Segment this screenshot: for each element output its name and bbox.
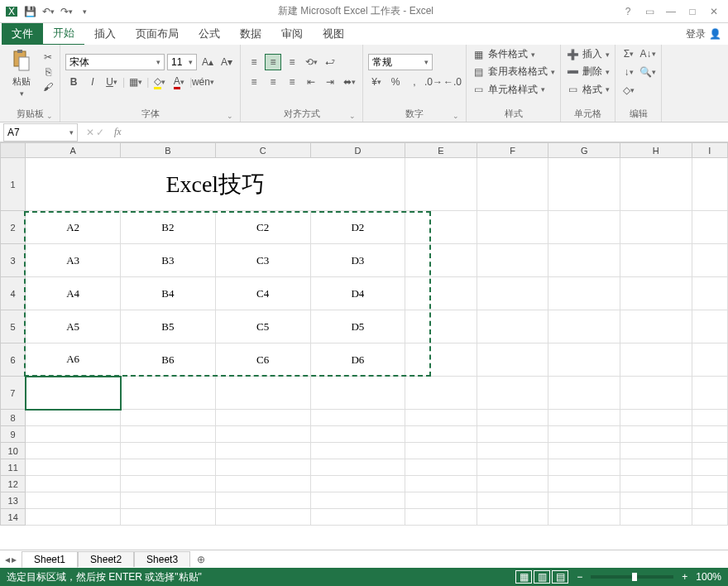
sheet-tab-1[interactable]: Sheet1 (22, 551, 78, 568)
grow-font-icon[interactable]: A▴ (199, 54, 216, 70)
insert-cells-button[interactable]: ➕插入▾ (566, 46, 610, 62)
sheet-nav-prev-icon[interactable]: ◂ (5, 554, 10, 565)
align-left-icon[interactable]: ≡ (246, 74, 262, 90)
format-painter-icon[interactable]: 🖌 (41, 80, 55, 94)
enter-formula-icon[interactable]: ✓ (96, 127, 104, 138)
row-8[interactable]: 8 (1, 410, 26, 426)
redo-icon[interactable]: ↷▾ (58, 3, 74, 20)
cut-icon[interactable]: ✂ (41, 50, 55, 64)
col-H[interactable]: H (620, 143, 692, 158)
user-icon[interactable]: 👤 (709, 28, 721, 40)
col-G[interactable]: G (548, 143, 620, 158)
zoom-slider[interactable] (591, 575, 673, 579)
tab-layout[interactable]: 页面布局 (126, 23, 189, 45)
number-format-combo[interactable]: 常规▾ (368, 54, 433, 70)
align-center-icon[interactable]: ≡ (265, 74, 281, 90)
col-E[interactable]: E (405, 143, 477, 158)
minimize-icon[interactable]: — (662, 3, 680, 20)
row-10[interactable]: 10 (1, 443, 26, 459)
shrink-font-icon[interactable]: A▾ (218, 54, 235, 70)
sort-filter-icon[interactable]: A↓▾ (639, 46, 656, 62)
merge-button[interactable]: ⬌▾ (341, 74, 357, 90)
align-top-icon[interactable]: ≡ (246, 54, 262, 70)
sheet-nav-next-icon[interactable]: ▸ (12, 554, 17, 565)
col-C[interactable]: C (215, 143, 310, 158)
col-F[interactable]: F (477, 143, 548, 158)
tab-file[interactable]: 文件 (2, 23, 43, 45)
row-9[interactable]: 9 (1, 426, 26, 443)
worksheet-grid[interactable]: A B C D E F G H I 1Excel技巧 2A2B2C2D2 3A3… (0, 142, 728, 550)
paste-button[interactable]: 粘贴 ▾ (5, 46, 38, 98)
underline-button[interactable]: U▾ (103, 74, 120, 90)
dec-decimal-icon[interactable]: ←.0 (444, 74, 461, 90)
zoom-out-button[interactable]: − (577, 571, 582, 583)
active-cell[interactable] (26, 377, 121, 410)
close-icon[interactable]: ✕ (705, 3, 723, 20)
row-1[interactable]: 1 (1, 158, 26, 211)
italic-button[interactable]: I (84, 74, 101, 90)
qat-customize-icon[interactable]: ▾ (76, 3, 93, 20)
name-box[interactable]: A7▾ (3, 123, 78, 142)
row-7[interactable]: 7 (1, 377, 26, 410)
sheet-tab-3[interactable]: Sheet3 (134, 551, 190, 567)
row-3[interactable]: 3 (1, 244, 26, 277)
tab-formula[interactable]: 公式 (189, 23, 230, 45)
orientation-icon[interactable]: ⟲▾ (303, 54, 319, 70)
view-pagebreak-icon[interactable]: ▤ (552, 570, 568, 584)
row-5[interactable]: 5 (1, 310, 26, 343)
row-11[interactable]: 11 (1, 459, 26, 476)
fx-icon[interactable]: fx (109, 126, 127, 138)
sheet-tab-2[interactable]: Sheet2 (78, 551, 134, 567)
row-13[interactable]: 13 (1, 492, 26, 509)
indent-inc-icon[interactable]: ⇥ (322, 74, 338, 90)
row-2[interactable]: 2 (1, 211, 26, 244)
view-normal-icon[interactable]: ▦ (515, 570, 532, 584)
zoom-level[interactable]: 100% (696, 571, 721, 583)
font-size-combo[interactable]: 11▾ (167, 54, 197, 70)
currency-icon[interactable]: ¥▾ (368, 74, 385, 90)
comma-icon[interactable]: , (406, 74, 423, 90)
wrap-text-icon[interactable]: ⮐ (322, 54, 338, 70)
col-A[interactable]: A (26, 143, 121, 158)
tab-view[interactable]: 视图 (313, 23, 354, 45)
title-cell[interactable]: Excel技巧 (26, 158, 405, 211)
row-6[interactable]: 6 (1, 343, 26, 377)
new-sheet-button[interactable]: ⊕ (190, 552, 212, 567)
percent-icon[interactable]: % (387, 74, 404, 90)
tab-insert[interactable]: 插入 (84, 23, 126, 45)
tab-review[interactable]: 审阅 (271, 23, 313, 45)
zoom-in-button[interactable]: + (682, 571, 687, 583)
save-icon[interactable]: 💾 (22, 3, 38, 20)
row-12[interactable]: 12 (1, 476, 26, 492)
copy-icon[interactable]: ⎘ (41, 65, 55, 79)
align-right-icon[interactable]: ≡ (284, 74, 300, 90)
border-button[interactable]: ▦▾ (127, 74, 144, 90)
font-color-button[interactable]: A▾ (170, 74, 187, 90)
row-4[interactable]: 4 (1, 277, 26, 310)
ribbon-opts-icon[interactable]: ▭ (640, 3, 659, 20)
indent-dec-icon[interactable]: ⇤ (303, 74, 319, 90)
cell-style-button[interactable]: ▭单元格样式▾ (472, 82, 555, 98)
fill-icon[interactable]: ↓▾ (620, 64, 637, 80)
format-cells-button[interactable]: ▭格式▾ (566, 82, 610, 98)
font-name-combo[interactable]: 宋体▾ (65, 54, 165, 70)
col-D[interactable]: D (310, 143, 405, 158)
maximize-icon[interactable]: □ (683, 3, 702, 20)
row-14[interactable]: 14 (1, 509, 26, 526)
autosum-icon[interactable]: Σ▾ (620, 46, 637, 62)
view-pagelayout-icon[interactable]: ▥ (534, 570, 550, 584)
undo-icon[interactable]: ↶▾ (40, 3, 56, 20)
formula-input[interactable] (127, 123, 728, 142)
align-bottom-icon[interactable]: ≡ (284, 54, 300, 70)
login-link[interactable]: 登录 (686, 27, 706, 41)
align-middle-icon[interactable]: ≡ (265, 54, 281, 70)
col-B[interactable]: B (121, 143, 216, 158)
select-all-corner[interactable] (1, 143, 26, 158)
find-icon[interactable]: 🔍▾ (639, 64, 656, 80)
excel-icon[interactable]: X (3, 3, 20, 20)
col-I[interactable]: I (692, 143, 727, 158)
bold-button[interactable]: B (65, 74, 82, 90)
cancel-formula-icon[interactable]: ✕ (86, 127, 94, 138)
cond-format-button[interactable]: ▦条件格式▾ (472, 46, 555, 62)
delete-cells-button[interactable]: ➖删除▾ (566, 64, 610, 79)
